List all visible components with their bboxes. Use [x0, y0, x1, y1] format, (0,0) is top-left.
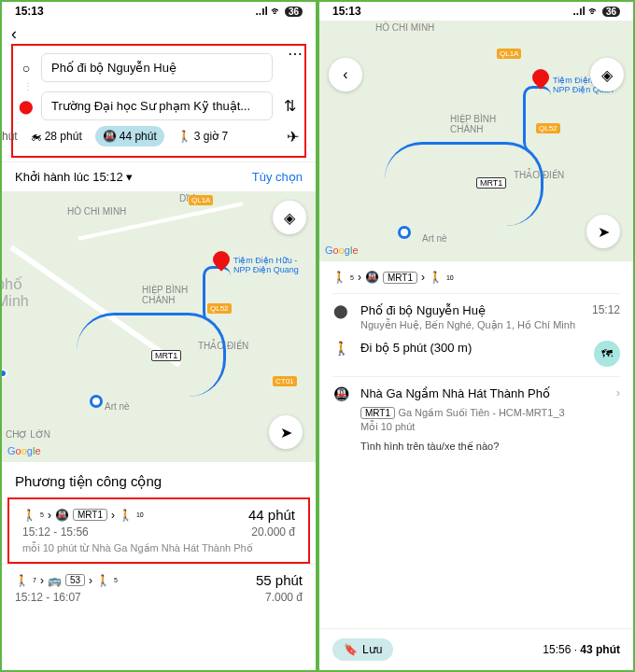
map-label-city: phố Minh — [2, 275, 29, 310]
trip-detail-sheet: 🚶5› 🚇MRT1› 🚶10 ⬤ Phố đi bộ Nguyễn Huệ Ng… — [319, 261, 633, 628]
wifi-icon: ᯤ — [271, 5, 282, 18]
map-label-hcm: HÒ CHI MINH — [67, 206, 126, 217]
map-label-artne: Art nè — [422, 233, 447, 244]
current-location-dot — [2, 369, 7, 378]
metro-icon: 🚇 — [332, 386, 349, 401]
plane-icon[interactable]: ✈ — [287, 128, 299, 146]
mode-walk[interactable]: 🚶3 giờ 7 — [170, 126, 235, 147]
map-label-hcm: HÒ CHI MINH — [375, 22, 434, 33]
status-bar: 15:13 ..ılᯤ36 — [319, 2, 633, 21]
swap-icon[interactable]: ⇅ — [280, 97, 299, 115]
step3-station: Nhà Ga Ngầm Nhà Hát Thành Phố — [360, 386, 605, 400]
mode-transit[interactable]: 🚇44 phút — [95, 126, 164, 147]
step1-time: 15:12 — [592, 303, 620, 316]
trip2-fare: 7.000 đ — [265, 591, 303, 604]
battery-pill: 36 — [285, 7, 303, 17]
step2-text: Đi bộ 5 phút (300 m) — [360, 341, 583, 355]
trip1-times: 15:12 - 15:56 — [22, 525, 89, 539]
step-walk[interactable]: 🚶 Đi bộ 5 phút (300 m) 🗺 — [332, 341, 620, 367]
walk-icon: 🚶 — [119, 509, 133, 522]
map-label-artne: Art nè — [105, 401, 130, 412]
walk-icon: 🚶 — [332, 271, 346, 284]
bookmark-icon: 🔖 — [344, 643, 358, 656]
step3-line-badge: MRT1 — [360, 407, 395, 419]
road-badge-ct01: CT01 — [273, 376, 297, 386]
status-bar: 15:13 ..ıl ᯤ 36 — [2, 2, 316, 21]
trip1-note: mỗi 10 phút từ Nhà Ga Ngầm Nhà Hát Thành… — [22, 542, 295, 554]
origin-marker — [90, 395, 103, 408]
back-fab[interactable]: ‹ — [329, 58, 362, 91]
transit-icon: 🚇 — [103, 130, 117, 143]
inputs-highlight: ○ Phố đi bộ Nguyễn Huệ ⋮ ⬤ Trường Đại họ… — [11, 44, 306, 158]
map-view-right[interactable]: HÒ CHI MINH HIỆP BÌNH CHÁNH THẢO ĐIỀN Ar… — [319, 21, 633, 261]
signal-icon: ..ıl — [573, 5, 586, 18]
step3-dest: Ga Ngầm Suối Tiên - HCM-MRT1_3 — [398, 407, 564, 418]
signal-icon: ..ıl — [256, 5, 268, 18]
map-label-hiepbinh: HIỆP BÌNH CHÁNH — [142, 285, 198, 305]
trip-summary-steps: 🚶5› 🚇MRT1› 🚶10 — [332, 271, 620, 294]
step3-crowding-question: Tình hình trên tàu/xe thế nào? — [360, 441, 605, 453]
depart-time[interactable]: Khởi hành lúc 15:12 ▾ — [15, 170, 133, 184]
walk-icon: 🚶 — [15, 574, 29, 587]
location-icon: ⬤ — [332, 303, 349, 318]
walk-icon: 🚶 — [96, 574, 110, 587]
step-origin[interactable]: ⬤ Phố đi bộ Nguyễn Huệ Nguyễn Huệ, Bến N… — [332, 303, 620, 331]
map-label-hiepbinh: HIỆP BÌNH CHÁNH — [450, 114, 506, 134]
trip1-steps: 🚶5› 🚇MRT1› 🚶10 — [22, 509, 144, 522]
directions-search-pane: 15:13 ..ıl ᯤ 36 ‹ ⋯ ○ Phố đi bộ Nguyễn H… — [0, 0, 318, 672]
walk-icon: 🚶 — [332, 341, 349, 356]
detail-bottom-bar: 🔖Lưu 15:56 · 43 phút — [319, 628, 633, 670]
chevron-right-icon: › — [616, 386, 620, 399]
road-badge-ql1a: QL1A — [189, 195, 213, 205]
save-button[interactable]: 🔖Lưu — [332, 638, 393, 661]
trip1-fare: 20.000 đ — [251, 525, 295, 539]
mode-cutoff: hút — [2, 130, 18, 143]
mode-motorbike[interactable]: 🏍28 phút — [23, 126, 90, 147]
motorbike-icon: 🏍 — [31, 130, 42, 143]
metro-icon: 🚇 — [55, 509, 69, 522]
trip-detail-pane: 15:13 ..ılᯤ36 HÒ CHI MINH HIỆP BÌNH CHÁN… — [318, 0, 635, 672]
destination-pin-icon: ⬤ — [19, 99, 34, 114]
mode-tabs: hút 🏍28 phút 🚇44 phút 🚶3 giờ 7 ✈ — [19, 122, 299, 150]
bus-icon: 🚌 — [48, 574, 62, 587]
step-map-button[interactable]: 🗺 — [594, 341, 620, 367]
map-view-left[interactable]: HÒ CHI MINH Dĩ An HIỆP BÌNH CHÁNH THẢO Đ… — [2, 191, 316, 462]
metro-icon: 🚇 — [365, 271, 379, 284]
origin-input[interactable]: Phố đi bộ Nguyễn Huệ — [41, 53, 273, 82]
trip2-times: 15:12 - 16:07 — [15, 591, 81, 604]
route-dots-icon: ⋮ — [23, 84, 299, 90]
arrival-summary: 15:56 · 43 phút — [543, 643, 620, 656]
walk-icon: 🚶 — [429, 271, 443, 284]
overflow-icon[interactable]: ⋯ — [288, 45, 303, 63]
wifi-icon: ᯤ — [588, 5, 600, 18]
origin-marker — [398, 226, 411, 239]
destination-input[interactable]: Trường Đại học Sư phạm Kỹ thuật... — [41, 91, 273, 120]
poi-label: Tiệm Điện Hữu - NPP Điện Quang — [233, 257, 299, 275]
trip-option-2[interactable]: 🚶7› 🚌53› 🚶5 55 phút 15:12 - 16:077.000 đ — [2, 564, 316, 611]
map-label-cholon: CHỢ LỚN — [6, 429, 50, 440]
battery-pill: 36 — [602, 7, 620, 17]
status-right: ..ıl ᯤ 36 — [256, 5, 303, 18]
options-link[interactable]: Tùy chọn — [252, 170, 303, 184]
google-logo: Google — [325, 245, 359, 256]
walk-icon: 🚶 — [177, 130, 191, 143]
trip2-steps: 🚶7› 🚌53› 🚶5 — [15, 574, 118, 587]
origin-dot-icon: ○ — [19, 61, 34, 76]
recenter-button[interactable]: ➤ — [586, 215, 620, 248]
step1-address: Nguyễn Huệ, Bến Nghé, Quận 1, Hồ Chí Min… — [360, 319, 581, 331]
walk-icon: 🚶 — [22, 509, 36, 522]
step1-title: Phố đi bộ Nguyễn Huệ — [360, 303, 581, 317]
status-time: 15:13 — [332, 5, 361, 18]
recenter-button[interactable]: ➤ — [269, 415, 303, 449]
road-badge-ql1a: QL1A — [497, 49, 521, 59]
departure-row: Khởi hành lúc 15:12 ▾ Tùy chọn — [2, 161, 316, 191]
step-metro[interactable]: 🚇 Nhà Ga Ngầm Nhà Hát Thành Phố MRT1 Ga … — [332, 376, 620, 453]
trip-option-1[interactable]: 🚶5› 🚇MRT1› 🚶10 44 phút 15:12 - 15:5620.0… — [7, 497, 310, 564]
google-logo: Google — [7, 445, 41, 456]
layers-button[interactable]: ◈ — [590, 58, 624, 91]
step3-freq: Mỗi 10 phút — [360, 421, 605, 433]
back-button[interactable]: ‹ — [11, 24, 17, 43]
search-header: ‹ ⋯ ○ Phố đi bộ Nguyễn Huệ ⋮ ⬤ Trường Đạ… — [2, 21, 316, 161]
layers-button[interactable]: ◈ — [273, 201, 306, 234]
trip1-duration: 44 phút — [248, 507, 295, 523]
